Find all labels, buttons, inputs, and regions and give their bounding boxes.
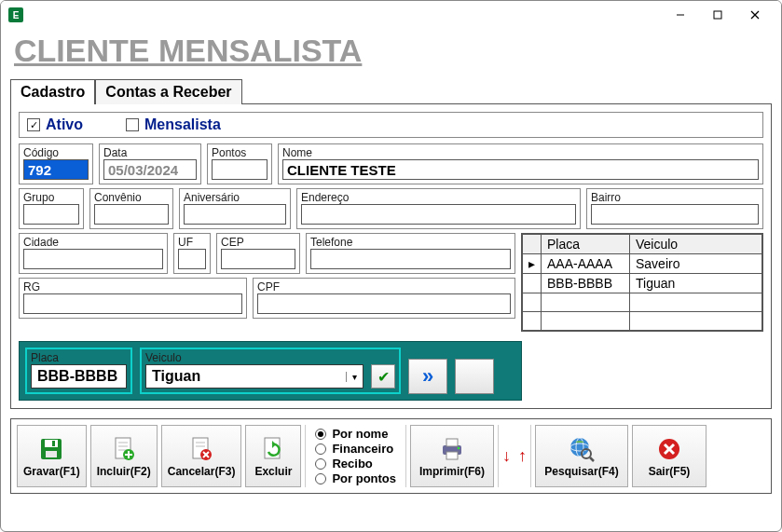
input-rg[interactable] — [23, 293, 242, 314]
tabs: Cadastro Contas a Receber — [1, 78, 781, 103]
input-pontos[interactable] — [212, 159, 268, 180]
document-plus-icon — [110, 435, 138, 463]
printer-icon — [438, 435, 466, 463]
label-telefone: Telefone — [310, 236, 511, 249]
input-cidade[interactable] — [23, 249, 163, 269]
label-grupo: Grupo — [23, 191, 79, 204]
tab-content: ✓ Ativo Mensalista Código Data Pontos No… — [10, 103, 772, 409]
input-cep[interactable] — [221, 249, 295, 269]
input-data[interactable] — [103, 159, 197, 180]
input-telefone[interactable] — [310, 249, 511, 269]
chevron-down-icon[interactable]: ▾ — [346, 372, 363, 382]
tab-cadastro[interactable]: Cadastro — [10, 79, 95, 104]
search-button[interactable]: Pesquisar(F4) — [535, 425, 628, 487]
label-cpf: CPF — [257, 280, 511, 293]
flags-frame: ✓ Ativo Mensalista — [19, 112, 763, 138]
grid-col-veiculo: Veiculo — [630, 235, 762, 254]
cell-veiculo: Saveiro — [630, 254, 762, 274]
svg-point-29 — [458, 446, 460, 448]
check-icon: ✔ — [377, 368, 390, 386]
input-cpf[interactable] — [257, 293, 511, 314]
svg-rect-27 — [446, 439, 458, 446]
row-pointer-icon: ▸ — [523, 254, 542, 274]
delete-button-label: Excluir — [254, 465, 292, 478]
label-convenio: Convênio — [94, 191, 169, 204]
close-button[interactable] — [736, 3, 774, 27]
svg-rect-1 — [714, 11, 721, 19]
label-cep: CEP — [221, 236, 295, 249]
double-chevron-right-icon: » — [422, 364, 433, 389]
svg-rect-10 — [52, 441, 55, 446]
radio-recibo[interactable]: Recibo — [315, 457, 396, 471]
radio-financeiro[interactable]: Financeiro — [315, 442, 396, 456]
input-codigo[interactable] — [23, 159, 89, 180]
cell-placa: AAA-AAAA — [542, 254, 630, 274]
save-button-label: Gravar(F1) — [23, 465, 80, 478]
radio-por-nome[interactable]: Por nome — [315, 427, 396, 441]
input-convenio[interactable] — [94, 204, 169, 225]
cancel-button[interactable]: Cancelar(F3) — [161, 425, 242, 487]
label-rg: RG — [23, 280, 242, 293]
page-title: CLIENTE MENSALISTA — [1, 29, 781, 78]
delete-button[interactable]: Excluir — [245, 425, 301, 487]
arrow-up-button[interactable]: ↑ — [518, 446, 527, 466]
delete-vehicle-button[interactable] — [455, 359, 494, 394]
input-nome[interactable] — [282, 159, 759, 180]
confirm-vehicle-button[interactable]: ✔ — [371, 364, 395, 389]
minimize-button[interactable] — [662, 3, 699, 27]
exit-button[interactable]: Sair(F5) — [632, 425, 707, 487]
label-data: Data — [103, 146, 197, 159]
cell-placa: BBB-BBBB — [542, 274, 630, 293]
table-row[interactable]: BBB-BBBB Tiguan — [523, 274, 762, 293]
print-button-label: Imprimir(F6) — [419, 465, 485, 478]
radio-por-pontos[interactable]: Por pontos — [315, 471, 396, 485]
tab-contas-a-receber[interactable]: Contas a Receber — [95, 79, 241, 104]
save-button[interactable]: Gravar(F1) — [17, 425, 87, 487]
input-placa-entry[interactable] — [31, 364, 127, 389]
svg-rect-8 — [45, 440, 58, 447]
radio-recibo-label: Recibo — [332, 457, 372, 471]
radio-por-pontos-label: Por pontos — [332, 471, 396, 485]
vehicle-grid[interactable]: Placa Veiculo ▸ AAA-AAAA Saveiro BBB-BBB… — [521, 233, 763, 332]
label-aniversario: Aniversário — [184, 191, 286, 204]
svg-rect-28 — [446, 452, 458, 459]
input-grupo[interactable] — [23, 204, 79, 225]
checkbox-mensalista[interactable]: Mensalista — [126, 116, 221, 133]
checkbox-mensalista-label: Mensalista — [144, 116, 221, 133]
label-bairro: Bairro — [591, 191, 759, 204]
arrow-down-button[interactable]: ↓ — [502, 446, 511, 466]
document-cancel-icon — [187, 435, 215, 463]
print-button[interactable]: Imprimir(F6) — [410, 425, 494, 487]
table-row[interactable]: ▸ AAA-AAAA Saveiro — [523, 254, 762, 274]
next-vehicle-button[interactable]: » — [408, 359, 447, 394]
print-mode-radios: Por nome Financeiro Recibo Por pontos — [305, 425, 406, 487]
input-bairro[interactable] — [591, 204, 759, 225]
arrow-down-icon: ↓ — [502, 446, 511, 465]
checkbox-ativo-box: ✓ — [27, 118, 40, 131]
label-nome: Nome — [282, 146, 759, 159]
arrow-up-icon: ↑ — [518, 446, 527, 465]
label-cidade: Cidade — [23, 236, 163, 249]
checkbox-ativo-label: Ativo — [46, 116, 83, 133]
globe-search-icon — [568, 435, 596, 463]
label-endereco: Endereço — [301, 191, 576, 204]
bottom-toolbar: Gravar(F1) Incluir(F2) Cancelar(F3) Excl… — [10, 418, 772, 494]
maximize-button[interactable] — [699, 3, 736, 27]
add-button[interactable]: Incluir(F2) — [90, 425, 158, 487]
input-endereco[interactable] — [301, 204, 576, 225]
label-placa-entry: Placa — [31, 351, 127, 364]
svg-line-34 — [590, 457, 594, 461]
checkbox-mensalista-box — [126, 118, 139, 131]
radio-financeiro-label: Financeiro — [332, 442, 393, 456]
cell-veiculo: Tiguan — [630, 274, 762, 293]
combo-veiculo-value: Tiguan — [146, 366, 346, 387]
input-uf[interactable] — [178, 249, 206, 269]
exit-icon — [655, 435, 683, 463]
svg-rect-9 — [46, 451, 57, 457]
checkbox-ativo[interactable]: ✓ Ativo — [27, 116, 83, 133]
combo-veiculo[interactable]: Tiguan ▾ — [145, 364, 364, 389]
label-uf: UF — [178, 236, 206, 249]
input-aniversario[interactable] — [184, 204, 286, 225]
cancel-button-label: Cancelar(F3) — [168, 465, 236, 478]
document-refresh-icon — [259, 435, 287, 463]
